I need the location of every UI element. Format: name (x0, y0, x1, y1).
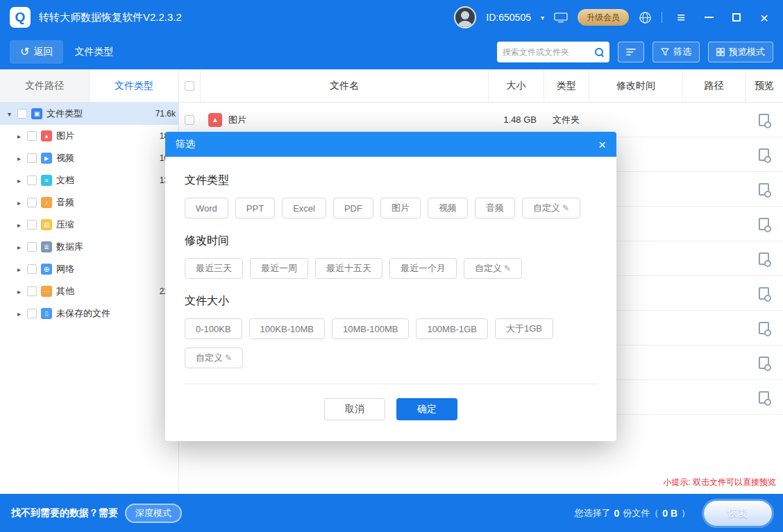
tree-item-archive[interactable]: ▸ 压缩 15 (0, 214, 178, 236)
preview-icon[interactable] (759, 322, 769, 334)
preview-icon[interactable] (759, 148, 769, 161)
column-header-mtime[interactable]: 修改时间 (589, 69, 682, 102)
chevron-collapsed-icon[interactable]: ▸ (15, 132, 23, 140)
chevron-collapsed-icon[interactable]: ▸ (15, 266, 23, 273)
tree-item-document[interactable]: ▸ 文档 13.3 (0, 169, 178, 191)
filter-button[interactable]: 筛选 (652, 42, 700, 62)
row-checkbox[interactable] (27, 220, 37, 230)
tree-item-file-type[interactable]: ▾ 文件类型 71.6k (0, 103, 178, 125)
chevron-collapsed-icon[interactable]: ▸ (15, 177, 23, 185)
option-over-1gb[interactable]: 大于1GB (495, 318, 553, 339)
preview-icon[interactable] (759, 357, 769, 369)
row-checkbox[interactable] (27, 242, 37, 252)
option-custom-file-type[interactable]: 自定义 ✎ (522, 198, 580, 218)
chevron-collapsed-icon[interactable]: ▸ (15, 243, 23, 251)
search-box[interactable] (497, 42, 609, 62)
row-checkbox[interactable] (185, 115, 194, 125)
selection-summary: 您选择了 0 份文件（ 0 B ） (574, 507, 690, 520)
chevron-collapsed-icon[interactable]: ▸ (15, 155, 23, 162)
sort-filter-button[interactable] (618, 42, 644, 62)
option-ppt[interactable]: PPT (235, 198, 275, 218)
option-word[interactable]: Word (185, 198, 228, 218)
option-custom-mtime[interactable]: 自定义 ✎ (464, 258, 522, 279)
option-last-month[interactable]: 最近一个月 (389, 258, 457, 279)
tree-item-label: 文档 (56, 174, 155, 187)
service-globe-icon[interactable] (639, 11, 652, 24)
device-icon[interactable] (554, 12, 568, 23)
column-header-type[interactable]: 类型 (544, 69, 589, 102)
preview-mode-button[interactable]: 预览模式 (708, 42, 773, 62)
chevron-expanded-icon[interactable]: ▾ (6, 110, 13, 118)
tree-item-label: 网络 (56, 263, 162, 275)
recover-button[interactable]: 恢复 (704, 501, 772, 526)
column-header-name[interactable]: 文件名 (200, 69, 488, 102)
row-checkbox[interactable] (27, 286, 37, 296)
preview-icon[interactable] (759, 183, 769, 196)
preview-icon[interactable] (759, 218, 769, 230)
modal-close-button[interactable]: × (598, 138, 606, 151)
option-0-100kb[interactable]: 0-100KB (185, 318, 242, 339)
tab-file-path[interactable]: 文件路径 (0, 69, 90, 102)
search-input[interactable] (503, 47, 591, 57)
chevron-collapsed-icon[interactable]: ▸ (15, 199, 23, 207)
tree-item-image[interactable]: ▸ 图片 18.3 (0, 125, 178, 147)
divider (662, 12, 662, 23)
chevron-collapsed-icon[interactable]: ▸ (15, 310, 23, 318)
option-audio[interactable]: 音频 (475, 198, 515, 218)
deep-mode-button[interactable]: 深度模式 (125, 504, 182, 523)
row-checkbox[interactable] (27, 131, 37, 141)
tab-file-type[interactable]: 文件类型 (90, 69, 178, 102)
file-size-options: 0-100KB 100KB-10MB 10MB-100MB 100MB-1GB … (185, 318, 597, 339)
option-100mb-1gb[interactable]: 100MB-1GB (416, 318, 488, 339)
file-path-cell (682, 172, 745, 206)
file-path-cell (682, 276, 745, 310)
select-all-checkbox[interactable] (185, 81, 194, 91)
preview-icon[interactable] (759, 252, 769, 265)
database-icon (41, 241, 52, 252)
preview-icon[interactable] (759, 391, 769, 404)
row-checkbox[interactable] (27, 309, 37, 318)
edit-icon: ✎ (504, 264, 511, 273)
tree-item-database[interactable]: ▸ 数据库 17 (0, 236, 178, 258)
option-image[interactable]: 图片 (380, 198, 421, 218)
chevron-collapsed-icon[interactable]: ▸ (15, 221, 23, 229)
chevron-down-icon[interactable]: ▾ (541, 14, 544, 22)
minimize-button[interactable] (700, 8, 718, 26)
confirm-button[interactable]: 确定 (396, 398, 457, 420)
close-button[interactable]: × (755, 8, 773, 26)
row-checkbox[interactable] (27, 175, 37, 185)
chevron-collapsed-icon[interactable]: ▸ (15, 288, 23, 295)
option-excel[interactable]: Excel (282, 198, 326, 218)
option-last-15-days[interactable]: 最近十五天 (315, 258, 382, 279)
preview-icon[interactable] (759, 114, 769, 126)
maximize-button[interactable] (727, 8, 746, 26)
option-video[interactable]: 视频 (428, 198, 468, 218)
option-10mb-100mb[interactable]: 10MB-100MB (332, 318, 409, 339)
tree-item-other[interactable]: ▸ 其他 22.9 (0, 280, 178, 302)
search-icon[interactable] (595, 48, 604, 57)
column-header-size[interactable]: 大小 (488, 69, 544, 102)
option-last-week[interactable]: 最近一周 (250, 258, 308, 279)
user-id[interactable]: ID:650505 (486, 12, 531, 23)
option-custom-file-size[interactable]: 自定义 ✎ (185, 347, 243, 368)
column-header-path[interactable]: 路径 (682, 69, 745, 102)
option-100kb-10mb[interactable]: 100KB-10MB (249, 318, 325, 339)
tree-item-network[interactable]: ▸ 网络 15 (0, 258, 178, 280)
row-checkbox[interactable] (17, 109, 27, 119)
menu-button[interactable]: ≡ (672, 8, 690, 26)
archive-icon (41, 219, 52, 230)
back-button[interactable]: ↺ 返回 (10, 40, 63, 64)
upgrade-member-button[interactable]: 升级会员 (578, 9, 629, 26)
tree-item-audio[interactable]: ▸ 音频 14 (0, 191, 178, 214)
option-pdf[interactable]: PDF (333, 198, 373, 218)
row-checkbox[interactable] (27, 198, 37, 207)
preview-icon[interactable] (759, 287, 769, 300)
tree-item-video[interactable]: ▸ 视频 16.5 (0, 147, 178, 169)
option-last-3-days[interactable]: 最近三天 (185, 258, 243, 279)
user-avatar[interactable] (454, 6, 476, 28)
tree-item-unsaved[interactable]: ▸ 未保存的文件 1 (0, 302, 178, 325)
cancel-button[interactable]: 取消 (324, 398, 385, 420)
column-header-preview[interactable]: 预览 (745, 69, 783, 102)
row-checkbox[interactable] (27, 264, 37, 274)
row-checkbox[interactable] (27, 153, 37, 163)
